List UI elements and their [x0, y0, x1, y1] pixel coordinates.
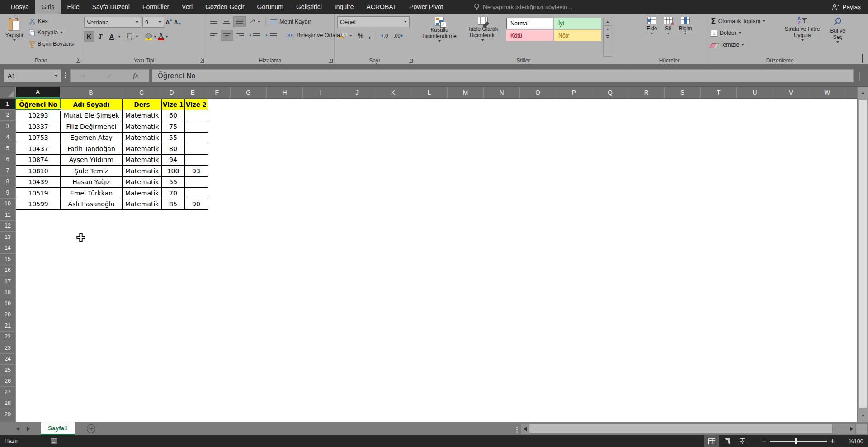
dropdown-caret-icon[interactable]: [165, 36, 168, 38]
menu-tab-giris[interactable]: Giriş: [35, 0, 61, 14]
row-header-19[interactable]: 19: [0, 298, 16, 309]
bold-button[interactable]: K: [84, 31, 94, 42]
select-all-corner[interactable]: [0, 87, 16, 99]
header-cell-adı-soyadı[interactable]: Adı Soyadı: [61, 99, 123, 110]
find-select-button[interactable]: Bul ve Seç: [825, 16, 851, 57]
percent-style-button[interactable]: %: [355, 30, 365, 41]
cell-r5c0[interactable]: 10437: [16, 143, 61, 155]
row-header-12[interactable]: 12: [0, 221, 16, 232]
cell-r4c0[interactable]: 10753: [16, 132, 61, 143]
row-header-13[interactable]: 13: [0, 232, 16, 243]
row-header-29[interactable]: 29: [0, 409, 16, 420]
cell-r5c4[interactable]: [184, 143, 208, 155]
dropdown-caret-icon[interactable]: [118, 36, 121, 38]
row-header-21[interactable]: 21: [0, 320, 16, 332]
header-cell-öğrenci-no[interactable]: Öğrenci No: [16, 99, 61, 110]
column-header-I[interactable]: I: [303, 87, 339, 98]
insert-cells-button[interactable]: Ekle: [645, 16, 659, 57]
data-table[interactable]: Öğrenci NoAdı SoyadıDersVize 1Vize 21029…: [16, 99, 208, 210]
menu-tab-power-pivot[interactable]: Power Pivot: [403, 0, 449, 14]
menu-tab-gozden-gecir[interactable]: Gözden Geçir: [199, 0, 250, 14]
cell-r5c2[interactable]: Matematik: [123, 143, 162, 155]
column-header-M[interactable]: M: [448, 87, 484, 98]
share-button[interactable]: Paylaş: [824, 0, 868, 14]
vertical-scroll-thumb[interactable]: [859, 100, 867, 408]
dialog-launcher-icon[interactable]: [409, 59, 413, 63]
cell-r7c2[interactable]: Matematik: [123, 166, 162, 177]
new-sheet-button[interactable]: [87, 424, 95, 433]
menu-tab-dosya[interactable]: Dosya: [5, 0, 35, 14]
decrease-indent-button[interactable]: [247, 30, 263, 41]
cell-r4c3[interactable]: 55: [162, 132, 185, 143]
cell-r3c4[interactable]: [184, 121, 208, 133]
font-name-combo[interactable]: Verdana: [84, 17, 141, 28]
delete-cells-button[interactable]: × Sil: [662, 16, 675, 57]
column-header-L[interactable]: L: [411, 87, 448, 98]
column-header-G[interactable]: G: [231, 87, 267, 98]
expand-formula-bar-button[interactable]: [859, 72, 866, 80]
zoom-level[interactable]: %100: [845, 438, 863, 445]
row-header-4[interactable]: 4: [0, 132, 16, 143]
cell-r7c3[interactable]: 100: [162, 166, 185, 177]
row-header-24[interactable]: 24: [0, 354, 16, 365]
menu-tab-formuller[interactable]: Formüller: [136, 0, 175, 14]
zoom-slider[interactable]: [770, 441, 827, 442]
cell-r4c1[interactable]: Egemen Atay: [61, 132, 123, 143]
format-as-table-button[interactable]: Tablo Olarak Biçimlendir: [462, 16, 504, 57]
cell-r3c3[interactable]: 75: [162, 121, 185, 133]
zoom-slider-handle[interactable]: [795, 438, 797, 444]
paste-button[interactable]: Yapıştır: [2, 16, 27, 57]
scroll-right-button[interactable]: [847, 424, 855, 434]
enter-button[interactable]: ✓: [97, 70, 123, 82]
cell-r4c2[interactable]: Matematik: [123, 132, 162, 143]
row-header-17[interactable]: 17: [0, 276, 16, 287]
menu-tab-inquire[interactable]: Inquire: [328, 0, 360, 14]
cell-r2c0[interactable]: 10293: [16, 110, 61, 121]
gallery-more-button[interactable]: [604, 33, 612, 41]
column-header-U[interactable]: U: [737, 87, 773, 98]
cut-button[interactable]: Kes: [27, 16, 76, 27]
cell-r6c0[interactable]: 10874: [16, 154, 61, 166]
row-header-9[interactable]: 9: [0, 187, 16, 199]
cell-r2c3[interactable]: 60: [162, 110, 185, 121]
dialog-launcher-icon[interactable]: [76, 59, 80, 63]
clear-button[interactable]: Temizle: [709, 39, 780, 50]
page-break-view-button[interactable]: [735, 435, 750, 447]
cell-r7c1[interactable]: Şule Temiz: [61, 166, 123, 177]
row-header-16[interactable]: 16: [0, 265, 16, 276]
column-header-D[interactable]: D: [161, 87, 182, 98]
header-cell-vize-2[interactable]: Vize 2: [184, 99, 208, 110]
align-left-button[interactable]: [208, 30, 220, 41]
cell-r6c1[interactable]: Ayşen Yıldırım: [61, 154, 123, 166]
previous-sheet-button[interactable]: [16, 427, 19, 431]
cell-r3c2[interactable]: Matematik: [123, 121, 162, 133]
borders-icon[interactable]: [127, 33, 134, 40]
scroll-down-button[interactable]: [858, 410, 868, 422]
align-center-button[interactable]: [221, 30, 233, 41]
column-header-E[interactable]: E: [182, 87, 203, 98]
gallery-down-button[interactable]: [604, 26, 612, 33]
cell-style-normal[interactable]: Normal: [506, 18, 553, 29]
menu-tab-gorunum[interactable]: Görünüm: [251, 0, 290, 14]
column-header-J[interactable]: J: [339, 87, 375, 98]
column-header-R[interactable]: R: [628, 87, 665, 98]
comma-style-button[interactable]: ,: [366, 30, 373, 41]
cell-r8c2[interactable]: Matematik: [123, 176, 162, 188]
column-header-K[interactable]: K: [375, 87, 411, 98]
cell-r8c4[interactable]: [184, 176, 208, 188]
cell-r6c3[interactable]: 94: [162, 154, 185, 166]
row-header-3[interactable]: 3: [0, 121, 16, 132]
grow-font-button[interactable]: A: [165, 19, 172, 26]
cell-style-kötü[interactable]: Kötü: [506, 30, 553, 41]
dialog-launcher-icon[interactable]: [329, 59, 333, 63]
column-header-V[interactable]: V: [773, 87, 809, 98]
column-header-B[interactable]: B: [60, 87, 122, 98]
cell-r10c1[interactable]: Aslı Hasanoğlu: [61, 199, 123, 210]
italic-button[interactable]: T: [95, 31, 105, 42]
cell-r7c0[interactable]: 10810: [16, 166, 61, 177]
formula-bar-splitter[interactable]: [65, 72, 66, 74]
zoom-out-button[interactable]: −: [758, 437, 769, 445]
scroll-left-button[interactable]: [521, 424, 529, 434]
accounting-format-button[interactable]: [337, 30, 354, 41]
font-size-combo[interactable]: 9: [142, 17, 164, 28]
